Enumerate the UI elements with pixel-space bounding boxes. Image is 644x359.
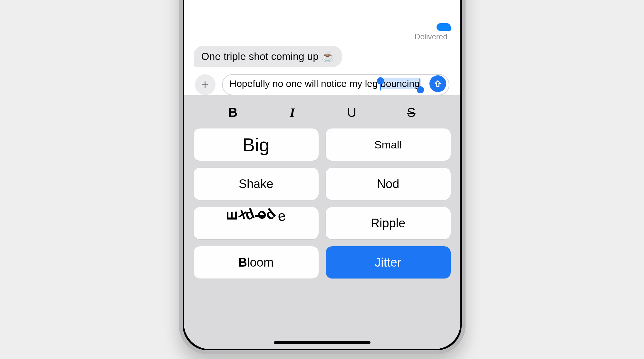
arrow-up-icon xyxy=(433,79,442,88)
effect-explode-label: Explode xyxy=(228,208,284,224)
sent-message-bubble[interactable] xyxy=(437,23,451,31)
message-text-unselected: Hopefully no one will notice my leg xyxy=(230,78,381,89)
format-bold-button[interactable]: B xyxy=(220,105,246,120)
conversation-area: Delivered One triple shot coming up ☕️ +… xyxy=(184,0,460,95)
received-message-bubble[interactable]: One triple shot coming up ☕️ xyxy=(194,46,342,67)
effect-jitter-label: Jitter xyxy=(375,256,401,269)
format-strike-button[interactable]: S xyxy=(398,105,424,120)
effect-ripple-label: Ripple xyxy=(371,216,406,230)
effect-shake-button[interactable]: Shake xyxy=(194,168,319,200)
selection-handle-end[interactable] xyxy=(417,86,424,93)
selected-text-value: bouncing xyxy=(380,78,420,89)
selection-bar-start xyxy=(380,80,381,90)
effect-shake-label: Shake xyxy=(239,177,274,191)
effect-big-label: Big xyxy=(243,134,270,156)
format-bar: B I U S xyxy=(194,105,451,120)
message-text-selected[interactable]: bouncing xyxy=(380,78,420,89)
text-effects-panel: B I U S Big Small Shake Nod xyxy=(184,95,460,349)
effect-small-button[interactable]: Small xyxy=(326,128,451,161)
compose-bar: + Hopefully no one will notice my leg bo… xyxy=(194,74,451,95)
effect-jitter-button[interactable]: Jitter xyxy=(326,246,451,279)
message-input[interactable]: Hopefully no one will notice my leg boun… xyxy=(222,74,449,95)
phone-frame: Delivered One triple shot coming up ☕️ +… xyxy=(179,0,466,354)
delivered-status: Delivered xyxy=(415,32,450,41)
effect-big-button[interactable]: Big xyxy=(194,128,319,161)
effect-bloom-label: Bloom xyxy=(238,256,274,269)
effects-grid: Big Small Shake Nod Explode Ripple xyxy=(194,128,451,279)
format-italic-button[interactable]: I xyxy=(279,105,305,120)
effect-small-label: Small xyxy=(374,138,402,151)
effect-explode-button[interactable]: Explode xyxy=(194,207,319,239)
effect-bloom-button[interactable]: Bloom xyxy=(194,246,319,279)
send-button[interactable] xyxy=(429,75,446,92)
add-attachment-button[interactable]: + xyxy=(195,74,216,95)
home-indicator[interactable] xyxy=(274,341,370,344)
format-underline-button[interactable]: U xyxy=(339,105,365,120)
effect-nod-button[interactable]: Nod xyxy=(326,168,451,200)
sent-message-row: Delivered xyxy=(194,23,451,41)
effect-nod-label: Nod xyxy=(377,177,399,191)
effect-ripple-button[interactable]: Ripple xyxy=(326,207,451,239)
screen: Delivered One triple shot coming up ☕️ +… xyxy=(184,0,460,349)
